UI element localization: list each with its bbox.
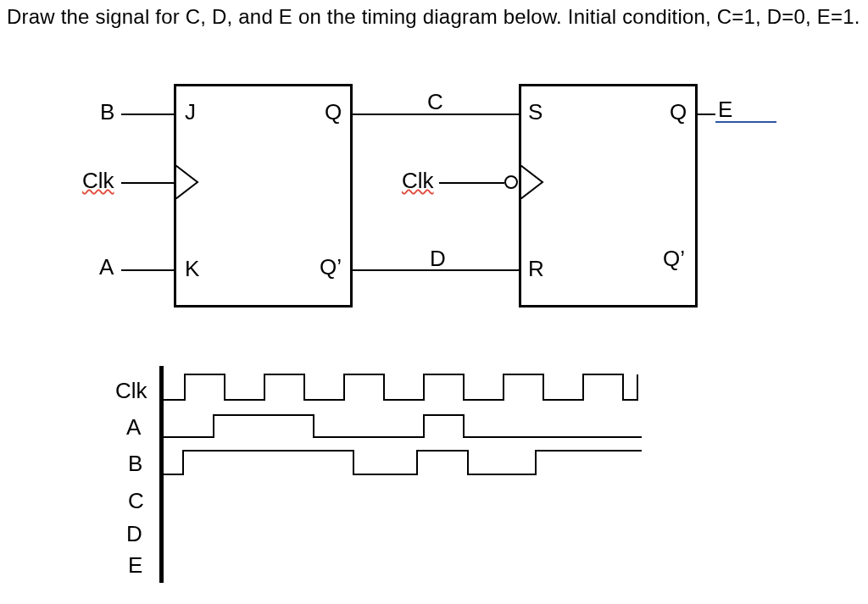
ff2-s-label: S [528, 99, 542, 125]
wire-a-to-k [121, 269, 174, 271]
timing-label-c: C [128, 488, 144, 514]
ff1-qn-label: Q’ [320, 254, 342, 280]
question-prompt: Draw the signal for C, D, and E on the t… [7, 5, 860, 29]
ff2-r-label: R [528, 256, 544, 282]
timing-label-a: A [126, 414, 141, 441]
clk1-label: Clk [82, 168, 114, 194]
ff2-q-label: Q [670, 99, 687, 125]
wire-clk2 [439, 182, 504, 184]
ff1-clock-triangle [175, 165, 201, 199]
wire-into-r [506, 269, 519, 271]
ff1-k-label: K [185, 256, 199, 282]
wire-b-to-j [121, 114, 174, 115]
signal-a-label: A [99, 254, 114, 280]
svg-point-0 [505, 176, 517, 188]
wire-clk1 [121, 182, 174, 184]
timing-label-e: E [128, 552, 142, 579]
wire-q-to-e [695, 114, 715, 115]
wire-qn-to-r [350, 269, 506, 271]
timing-label-b: B [128, 451, 142, 477]
ff1-q-label: Q [325, 99, 342, 125]
signal-e-label: E [718, 97, 732, 123]
timing-label-clk: Clk [115, 378, 147, 404]
waveform-a [163, 412, 646, 441]
ff2-qn-label: Q’ [663, 246, 685, 272]
ff2-clock-triangle [520, 165, 546, 199]
wire-into-s [506, 114, 519, 115]
waveform-clk [163, 369, 646, 403]
waveform-b [163, 446, 646, 479]
signal-b-label: B [100, 99, 114, 125]
clk2-label: Clk [402, 168, 434, 194]
timing-label-d: D [126, 521, 142, 547]
ff2-clock-bubble [504, 175, 520, 191]
ff1-j-label: J [185, 99, 196, 125]
signal-d-label: D [430, 246, 446, 272]
signal-c-label: C [427, 89, 443, 115]
